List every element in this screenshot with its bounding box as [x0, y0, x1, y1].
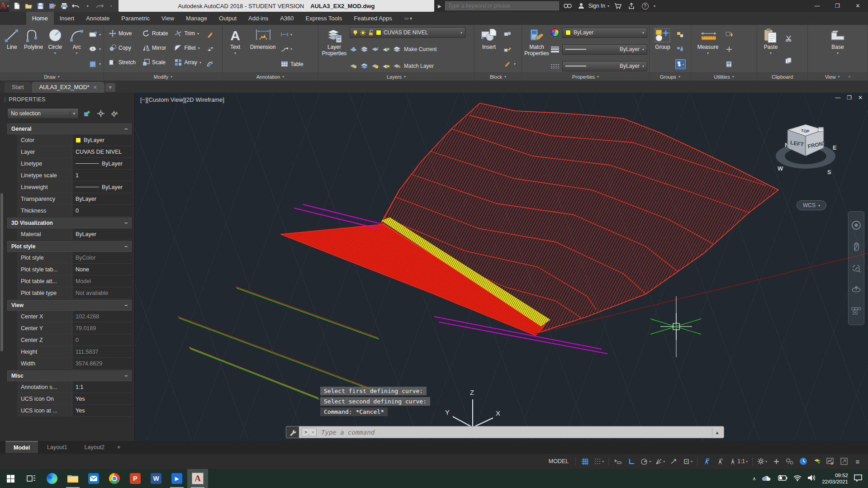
powerpoint-button[interactable]: P — [125, 469, 146, 488]
layer-unlock-button[interactable] — [382, 62, 390, 70]
palette-scrollbar[interactable] — [0, 193, 3, 351]
command-customize-button[interactable] — [286, 426, 299, 438]
group-button[interactable]: Group — [651, 26, 674, 72]
drawing-close-button[interactable]: ✕ — [858, 95, 863, 101]
array-button[interactable]: Array▾ — [173, 57, 202, 67]
make-current-button[interactable]: Make Current — [404, 46, 437, 52]
transparency-value[interactable]: ByLayer — [72, 193, 132, 204]
action-center-button[interactable] — [854, 474, 863, 483]
section-plot-style[interactable]: Plot style− — [7, 241, 132, 252]
block-editor-button[interactable]: ▾ — [503, 59, 517, 69]
layer-dropdown[interactable]: CUVAS DE NIVEL ▾ — [350, 27, 465, 38]
selection-dropdown[interactable]: No selection ▾ — [7, 108, 79, 119]
plot-style-table-value[interactable]: None — [72, 264, 132, 275]
table-button[interactable]: Table — [280, 59, 304, 69]
collapse-icon[interactable]: − — [124, 302, 128, 308]
navigation-wheel-button[interactable] — [851, 220, 862, 231]
layer-properties-button[interactable]: Layer Properties — [320, 26, 348, 72]
help-button[interactable]: ? — [640, 1, 650, 11]
compass-west[interactable]: W — [778, 165, 783, 172]
application-menu-button[interactable]: A▾ — [0, 0, 9, 12]
tab-express-tools[interactable]: Express Tools — [300, 12, 348, 25]
tab-parametric[interactable]: Parametric — [115, 12, 156, 25]
leader-button[interactable]: ▾ — [280, 44, 304, 54]
section-general[interactable]: General− — [7, 123, 132, 134]
chrome-button[interactable] — [104, 469, 125, 488]
text-button[interactable]: A Text ▾ — [224, 26, 246, 72]
section-view[interactable]: View− — [7, 300, 132, 311]
command-input[interactable] — [321, 429, 712, 436]
file-explorer-button[interactable] — [62, 469, 83, 488]
tab-model[interactable]: Model — [5, 441, 38, 453]
tab-layout2[interactable]: Layout2 — [76, 441, 113, 453]
command-prompt-box[interactable]: >_▾ — [302, 428, 317, 436]
file-tab-start[interactable]: Start — [5, 82, 31, 93]
search-input[interactable] — [448, 3, 556, 9]
paste-button[interactable]: Paste ▾ — [759, 26, 783, 72]
explode-button[interactable] — [205, 44, 215, 54]
tab-a360[interactable]: A360 — [274, 12, 299, 25]
pan-button[interactable] — [851, 241, 862, 252]
panel-label-draw[interactable]: Draw▾ — [0, 72, 104, 81]
wifi-icon[interactable] — [793, 474, 802, 483]
annotation-scale-button[interactable]: 1:1▾ — [728, 455, 749, 467]
palette-header[interactable]: ⣿ PROPERTIES — [4, 95, 133, 104]
layer-off-button[interactable] — [350, 46, 357, 53]
onedrive-icon[interactable] — [761, 475, 771, 483]
viewcube[interactable]: N W S E TOP LEFT FRONT — [773, 105, 841, 203]
annotation-monitor-button[interactable] — [770, 455, 782, 467]
panel-label-modify[interactable]: Modify▾ — [104, 72, 222, 81]
workspace-switching-button[interactable]: ▾ — [756, 455, 768, 467]
hardware-acceleration-button[interactable] — [797, 455, 809, 467]
clean-screen-button[interactable] — [838, 455, 850, 467]
section-misc[interactable]: Misc− — [7, 370, 132, 381]
close-tab-icon[interactable]: ✕ — [93, 85, 97, 90]
isolate-objects-button[interactable] — [811, 455, 823, 467]
plot-button[interactable] — [59, 1, 70, 11]
rectangle-button[interactable]: ▾ — [88, 29, 102, 39]
isometric-drafting-button[interactable]: ▾ — [654, 455, 666, 467]
tab-layout1[interactable]: Layout1 — [39, 441, 75, 453]
orbit-button[interactable] — [851, 284, 862, 295]
layer-freeze-button[interactable] — [371, 46, 379, 53]
start-button[interactable] — [0, 469, 21, 488]
collapse-icon[interactable]: − — [124, 373, 128, 379]
movies-tv-button[interactable]: ▶ — [166, 469, 187, 488]
tab-insert[interactable]: Insert — [54, 12, 81, 25]
linear-dimension-button[interactable]: ▾ — [280, 29, 304, 39]
save-as-button[interactable] — [47, 1, 58, 11]
open-file-button[interactable] — [24, 1, 34, 11]
compass-east[interactable]: E — [833, 144, 837, 151]
add-layout-button[interactable]: + — [117, 444, 120, 450]
search-icon[interactable] — [563, 1, 573, 11]
offset-button[interactable] — [205, 59, 215, 69]
task-view-button[interactable] — [21, 469, 42, 488]
insert-block-button[interactable]: Insert — [476, 26, 502, 72]
panel-label-utilities[interactable]: Utilities▾ — [691, 72, 757, 81]
redo-dropdown[interactable]: ▾ — [106, 1, 117, 11]
arc-button[interactable]: Arc ▾ — [66, 26, 87, 72]
tab-annotate[interactable]: Annotate — [80, 12, 115, 25]
minimize-button[interactable]: — — [807, 0, 827, 12]
share-icon[interactable] — [626, 1, 636, 11]
panel-label-block[interactable]: Block▾ — [474, 72, 522, 81]
maximize-button[interactable]: ❐ — [827, 0, 848, 12]
group-edit-button[interactable] — [675, 44, 686, 54]
model-space-label[interactable]: MODEL — [545, 458, 572, 464]
panel-label-layers[interactable]: Layers▾ — [318, 72, 474, 81]
snap-mode-button[interactable]: ▾ — [593, 455, 605, 467]
stretch-button[interactable]: Stretch — [108, 57, 137, 67]
material-value[interactable]: ByLayer — [72, 228, 132, 240]
base-button[interactable]: Base ▾ — [825, 26, 850, 72]
panel-label-view[interactable]: View▾» — [808, 72, 868, 81]
graphics-performance-button[interactable]: ! — [825, 455, 836, 467]
dimension-button[interactable]: Dimension — [247, 26, 278, 72]
erase-button[interactable] — [205, 29, 215, 39]
line-button[interactable]: Line — [2, 26, 22, 72]
lineweight-value[interactable]: ByLayer — [72, 181, 132, 193]
autocad-taskbar-button[interactable]: A — [187, 469, 208, 488]
collapse-icon[interactable]: − — [124, 126, 128, 132]
fillet-button[interactable]: Fillet▾ — [173, 43, 202, 53]
ungroup-button[interactable] — [675, 29, 686, 39]
color-value[interactable]: ByLayer — [72, 134, 132, 146]
